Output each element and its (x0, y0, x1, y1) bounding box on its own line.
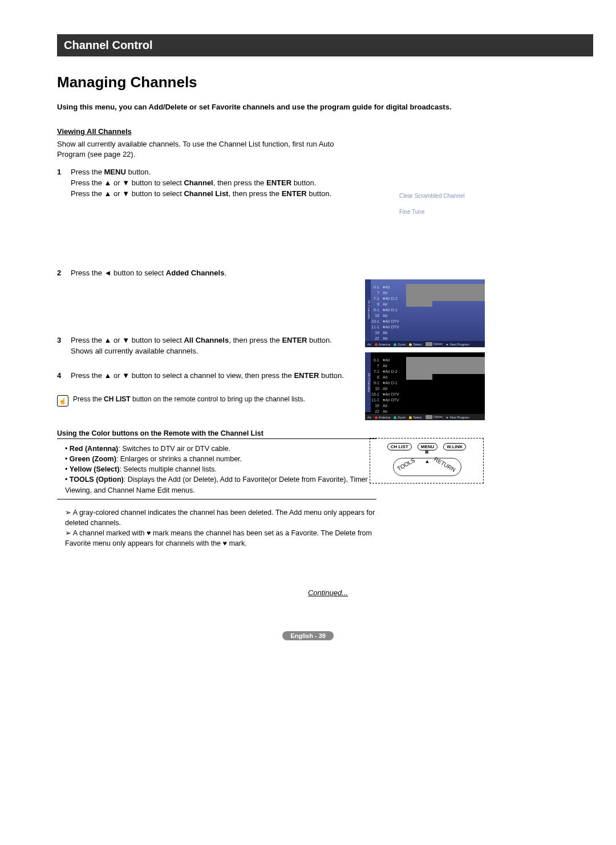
t: button on the remote control to bring up… (131, 395, 305, 403)
t: Antenna (379, 416, 391, 419)
tip-text: Press the CH LIST button on the remote c… (73, 395, 305, 403)
thumb (459, 363, 485, 368)
tv-sidebar: All Channels (365, 279, 371, 339)
thumb (432, 284, 459, 290)
step-number: 3 (57, 335, 71, 357)
channel-table: 6-1♥Air 7Air 7-1♥Air D-2 8Air 9-1♥Air D-… (365, 357, 485, 414)
t: Channel List (184, 189, 228, 198)
t: : Switches to DTV air or DTV cable. (118, 445, 230, 453)
remote-chlist-button: CH LIST (387, 443, 412, 450)
step-number: 4 (57, 371, 71, 381)
ch-name: Air (381, 312, 406, 318)
t: Select (413, 343, 422, 346)
ch-name: ♥Air DTV (381, 318, 406, 324)
ch-name: ♥Air DTV (381, 397, 406, 403)
thumb (432, 290, 459, 295)
ch-name: ♥Air D-2 (381, 368, 406, 374)
list-item: A channel marked with ♥ mark means the c… (65, 528, 376, 549)
tip-row: ☝ Press the CH LIST button on the remote… (57, 395, 376, 407)
t: ENTER (282, 189, 307, 198)
list-item: A gray-colored channel indicates the cha… (65, 507, 376, 528)
red-dot-icon (375, 416, 378, 419)
t: Press the (73, 395, 104, 403)
ch-name: ♥Air (381, 284, 406, 290)
ch-name: Air (381, 301, 406, 307)
t: Zoom (398, 416, 406, 419)
ch-name: ♥Air D-2 (381, 295, 406, 301)
tv-footer: Air Antenna Zoom Select Option ► Next Pr… (365, 341, 485, 347)
thumb (432, 368, 459, 374)
t: CH LIST (104, 395, 131, 403)
hand-icon: ☝ (57, 395, 68, 407)
tv-screenshot-all: All Channels 6-1♥Air 7Air 7-1♥Air D-2 8A… (365, 352, 485, 420)
thumb (406, 295, 432, 301)
t: MENU (104, 168, 126, 176)
step-1: 1 Press the MENU button. Press the ▲ or … (57, 167, 354, 200)
list-item: Green (Zoom): Enlarges or shrinks a chan… (65, 454, 376, 464)
ch-name: Air (381, 385, 406, 391)
t: : Selects multiple channel lists. (119, 465, 216, 473)
t: Shows all currently available channels. (71, 347, 198, 355)
t: Yellow (Select) (70, 465, 120, 473)
t: button. (126, 168, 151, 176)
step-2: 2 Press the ◄ button to select Added Cha… (57, 268, 354, 279)
thumb (459, 284, 485, 290)
t: button. (307, 336, 331, 344)
t: Press the ◄ button to select (71, 269, 166, 277)
t: Red (Antenna) (70, 445, 118, 453)
grid-icon: ▦ (425, 450, 429, 454)
t: All Channels (184, 336, 229, 344)
intro-text: Using this menu, you can Add/Delete or s… (57, 103, 570, 111)
thumb (406, 301, 432, 307)
step-body: Press the ▲ or ▼ button to select a chan… (71, 371, 354, 381)
thumb (459, 290, 485, 295)
thumb (406, 284, 432, 290)
tv-screenshot-added: All Channels 6-1♥Air 7Air 7-1♥Air D-2 8A… (365, 279, 485, 347)
yellow-dot-icon (409, 416, 412, 419)
t: Air (367, 343, 371, 346)
ch-name: Air (381, 408, 406, 414)
list-item: TOOLS (Option): Displays the Add (or Del… (65, 474, 376, 495)
thumb (406, 290, 432, 295)
ch-name: ♥Air DTV (381, 391, 406, 397)
list-item: Yellow (Select): Selects multiple channe… (65, 464, 376, 474)
t: Press the ▲ or ▼ button to select (71, 336, 184, 344)
thumb (406, 363, 432, 368)
t: Press the ▲ or ▼ button to select a chan… (71, 371, 294, 380)
channel-table: 6-1♥Air 7Air 7-1♥Air D-2 8Air 9-1♥Air D-… (365, 284, 485, 341)
t: Select (413, 416, 422, 419)
ch-name: Air (381, 335, 406, 341)
t: Channel (184, 178, 213, 187)
thumb (432, 357, 459, 363)
menu-item: Fine Tune (399, 204, 465, 220)
notes: A gray-colored channel indicates the cha… (57, 507, 376, 549)
ch-name: ♥Air D-1 (381, 307, 406, 312)
ch-name: ♥Air DTV (381, 324, 406, 330)
thumb (459, 368, 485, 374)
thumb (459, 357, 485, 363)
remote-diagram: CH LIST MENU W.LINK ▦ ▲ TOOLS RETURN (370, 438, 484, 484)
continued-text: Continued... (23, 588, 348, 597)
t: TOOLS (Option) (70, 476, 124, 484)
t: button. (291, 178, 316, 187)
ch-name: ♥Air D-1 (381, 380, 406, 385)
t: Zoom (398, 343, 406, 346)
t: ► Next Program (446, 416, 469, 419)
t: Press the (71, 168, 104, 176)
t: Press the ▲ or ▼ button to select (71, 178, 184, 187)
ch-name: Air (381, 290, 406, 295)
step-body: Press the MENU button. Press the ▲ or ▼ … (71, 167, 354, 200)
color-bullets: Red (Antenna): Switches to DTV air or DT… (57, 444, 376, 495)
ch-name: Air (381, 363, 406, 368)
remote-wlink-button: W.LINK (443, 443, 466, 450)
t: , then press the (213, 178, 266, 187)
t: Green (Zoom) (70, 455, 116, 463)
t: button. (319, 371, 343, 380)
tv-footer: Air Antenna Zoom Select Option ► Next Pr… (365, 414, 485, 420)
divider (57, 499, 376, 499)
t: Option (433, 415, 443, 419)
list-item: Red (Antenna): Switches to DTV air or DT… (65, 444, 376, 454)
page-number: English - 39 (282, 631, 334, 640)
red-dot-icon (375, 343, 378, 346)
viewing-heading: Viewing All Channels (57, 127, 354, 136)
